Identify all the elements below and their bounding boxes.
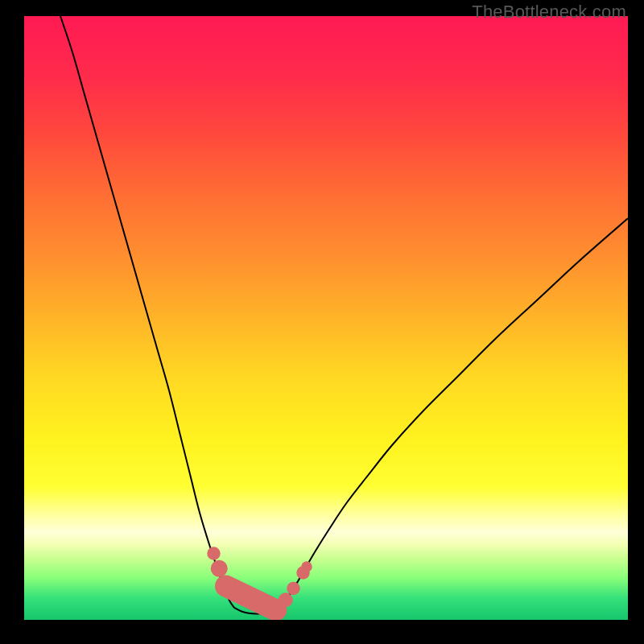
right-marker-2 [287, 582, 300, 595]
right-marker-1 [279, 592, 293, 607]
plot-area [24, 16, 628, 628]
left-marker-1 [207, 547, 221, 560]
left-marker-2 [211, 560, 228, 577]
watermark-label: TheBottleneck.com [472, 2, 626, 23]
right-marker-4 [301, 561, 312, 572]
curve-left-curve [60, 16, 234, 608]
chart-frame: TheBottleneck.com [0, 0, 644, 644]
curve-right-curve [279, 218, 629, 608]
curves-layer [24, 16, 628, 620]
left-pill-top [217, 576, 236, 596]
